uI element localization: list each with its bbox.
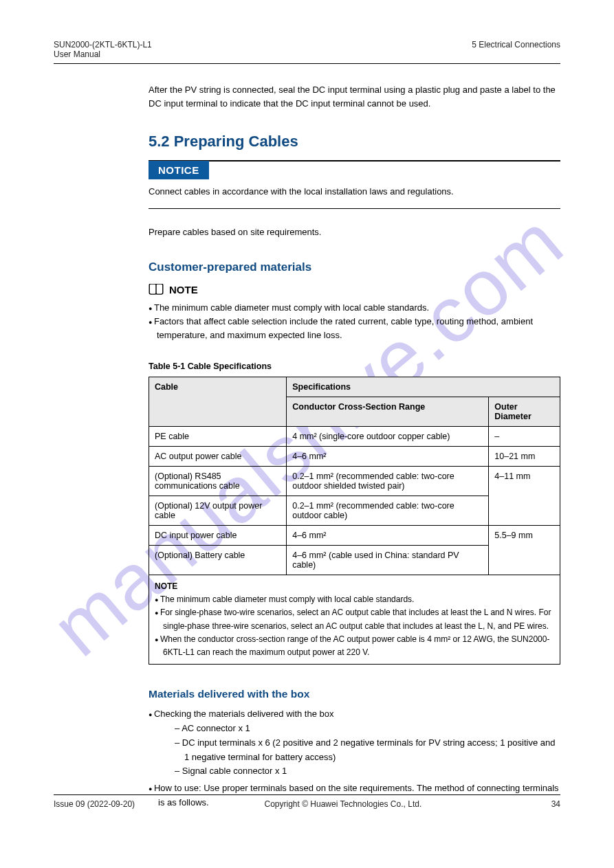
notice-text: Connect cables in accordance with the lo…	[149, 185, 560, 199]
section-title: 5.2 Preparing Cables	[149, 133, 560, 151]
specs-table: Cable Specifications Conductor Cross-Sec…	[149, 377, 560, 665]
cell-spec: 4–6 mm² (cable used in China: standard P…	[287, 545, 489, 575]
note-bullet: Factors that affect cable selection incl…	[149, 315, 560, 342]
table-row: DC input power cable 4–6 mm² 5.5–9 mm	[149, 525, 560, 545]
list-item: Checking the materials delivered with th…	[149, 707, 560, 779]
note-bullets: The minimum cable diameter must comply w…	[149, 301, 560, 342]
footer-right: 34	[551, 799, 560, 809]
table-note-list: The minimum cable diameter must comply w…	[155, 593, 554, 659]
book-icon	[149, 284, 164, 295]
notice-box: NOTICE Connect cables in accordance with…	[149, 160, 560, 209]
header-left: SUN2000-(2KTL-6KTL)-L1User Manual	[54, 40, 152, 59]
table-caption: Table 5-1 Cable Specifications	[149, 361, 560, 371]
cell-spec: 4–6 mm²	[287, 446, 489, 466]
prep-notice: Prepare cables based on site requirement…	[149, 225, 560, 239]
th-cross-section: Conductor Cross-Section Range	[287, 397, 489, 426]
th-specs: Specifications	[287, 377, 560, 397]
th-cable: Cable	[149, 377, 287, 426]
cell-cable: (Optional) Battery cable	[149, 545, 287, 575]
table-row: AC output power cable 4–6 mm² 10–21 mm	[149, 446, 560, 466]
page-header: SUN2000-(2KTL-6KTL)-L1User Manual 5 Elec…	[54, 40, 560, 59]
table-note-cell: NOTE The minimum cable diameter must com…	[149, 575, 560, 664]
sublist-item: Signal cable connector x 1	[175, 764, 560, 779]
table-note-label: NOTE	[155, 581, 177, 591]
page-container: SUN2000-(2KTL-6KTL)-L1User Manual 5 Elec…	[0, 0, 614, 841]
table-row: (Optional) RS485 communications cable 0.…	[149, 466, 560, 496]
subsection2-title: Materials delivered with the box	[149, 688, 560, 700]
cell-spec: 4 mm² (single-core outdoor copper cable)	[287, 426, 489, 446]
cell-spec: 0.2–1 mm² (recommended cable: two-core o…	[287, 466, 489, 496]
cell-spec: 4–6 mm²	[287, 525, 489, 545]
table-row: PE cable 4 mm² (single-core outdoor copp…	[149, 426, 560, 446]
page-footer: Issue 09 (2022-09-20) Copyright © Huawei…	[54, 794, 560, 809]
cell-cable: (Optional) RS485 communications cable	[149, 466, 287, 496]
header-divider	[54, 63, 560, 64]
table-note-item: For single-phase two-wire scenarios, sel…	[155, 606, 554, 632]
table-note-row: NOTE The minimum cable diameter must com…	[149, 575, 560, 664]
cell-cable: (Optional) 12V output power cable	[149, 496, 287, 525]
footer-left: Issue 09 (2022-09-20)	[54, 799, 135, 809]
header-right: 5 Electrical Connections	[472, 40, 560, 59]
cell-od: 4–11 mm	[489, 466, 560, 525]
table-header-row: Cable Specifications	[149, 377, 560, 397]
cell-od: 5.5–9 mm	[489, 525, 560, 575]
cell-od: –	[489, 426, 560, 446]
cell-cable: DC input power cable	[149, 525, 287, 545]
footer-divider	[54, 794, 560, 795]
cell-cable: PE cable	[149, 426, 287, 446]
subsection-title: Customer-prepared materials	[149, 260, 560, 274]
th-outer-diameter: Outer Diameter	[489, 397, 560, 426]
table-note-item: When the conductor cross-section range o…	[155, 633, 554, 659]
cell-cable: AC output power cable	[149, 446, 287, 466]
note-label: NOTE	[169, 284, 198, 296]
footer-center: Copyright © Huawei Technologies Co., Ltd…	[264, 799, 421, 809]
note-bullet: The minimum cable diameter must comply w…	[149, 301, 560, 315]
notice-badge: NOTICE	[149, 161, 209, 179]
sublist: AC connector x 1 DC input terminals x 6 …	[158, 722, 560, 779]
cell-od: 10–21 mm	[489, 446, 560, 466]
intro-paragraph: After the PV string is connected, seal t…	[149, 83, 560, 111]
note-header: NOTE	[149, 284, 560, 296]
table-note-item: The minimum cable diameter must comply w…	[155, 593, 554, 606]
sublist-item: DC input terminals x 6 (2 positive and 2…	[175, 736, 560, 765]
cell-spec: 0.2–1 mm² (recommended cable: two-core o…	[287, 496, 489, 525]
sublist-item: AC connector x 1	[175, 722, 560, 736]
